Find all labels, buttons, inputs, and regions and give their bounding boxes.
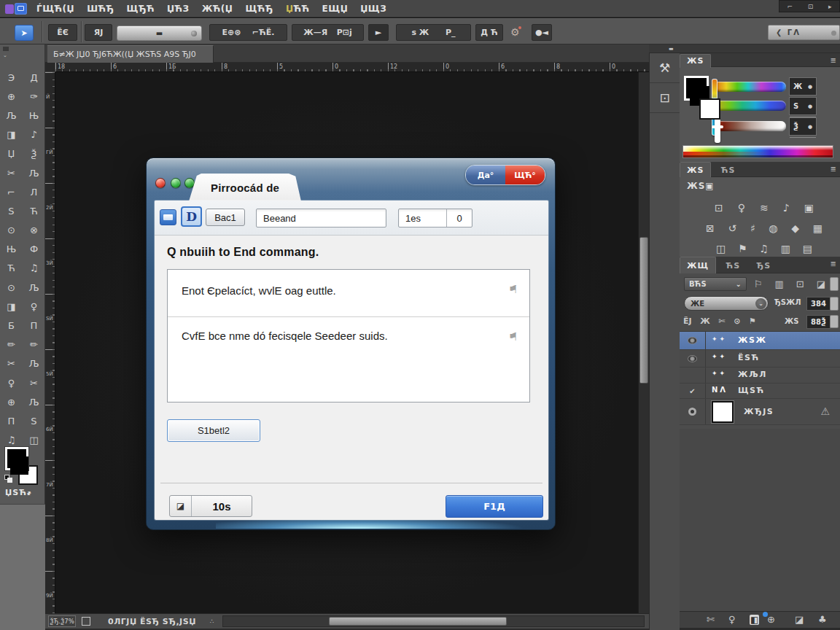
layer-row[interactable]: ✦✦ЖЅЖ [680,332,840,350]
tool-icon[interactable]: ⊙ [0,221,23,240]
dialog-icon-button[interactable] [160,209,176,225]
tool-icon[interactable]: П [23,316,45,335]
vertical-scrollbar-thumb[interactable] [639,237,648,384]
adjustment-icon[interactable]: ⊡ [715,202,723,214]
spin-step[interactable]: 0 [447,209,472,227]
tool-icon[interactable]: ♀ [0,373,23,392]
layer-thumbnail[interactable] [712,401,734,423]
restore-icon[interactable]: ⊡ [808,3,814,10]
slider-value-box[interactable]: Ѕ● [789,97,817,115]
filter-toggle-box[interactable] [830,277,839,291]
color-slider-green[interactable] [713,101,786,111]
adjustment-icon[interactable]: ◫ [716,243,726,254]
app-logo-icon[interactable] [5,3,30,15]
tool-icon[interactable]: Њ [23,106,45,125]
tool-icon[interactable]: ⌐ [0,182,23,201]
menu-item-8[interactable]: ЏЩЗ [360,4,386,14]
mode-option-icons[interactable]: Е⊕⊛⌐ЋЁ. [209,24,287,41]
gradient-preview[interactable]: ▬ [117,26,202,41]
horizontal-scrollbar-thumb[interactable] [329,617,507,626]
vertical-scrollbar[interactable] [638,72,649,613]
layers-panel-action-icon[interactable]: ◧ [750,615,759,625]
status-mini-icon[interactable]: ∴ [210,618,214,625]
tool-icon[interactable]: ✑ [23,87,45,106]
layer-name[interactable]: ЖЉЛ [738,370,767,379]
dialog-list-item[interactable]: CvfE bce nme dó fecisqele Seedeer suids.… [168,317,529,402]
color-swatches[interactable] [0,446,45,511]
menu-item-7[interactable]: ЕЩЏ [322,4,349,14]
tool-icon[interactable]: Ф [23,240,45,259]
adjustment-icon[interactable]: ◍ [769,222,777,234]
tool-icon[interactable]: Ћ [23,201,45,220]
tool-icon[interactable]: Њ [0,240,23,259]
dialog-text-field[interactable]: Beeand [256,209,386,228]
layer-row[interactable]: ✦✦ЁЅЋ [680,350,840,368]
dialog-list-item[interactable]: Enot Єpelacíct, wvlE oag euttle. ⚑ [168,270,529,317]
adjustment-icon[interactable]: ⊠ [706,222,715,234]
dock-panel-icon-1[interactable]: ⚒ [650,53,680,83]
spin-value[interactable]: 1es [399,209,447,227]
adjustment-icon[interactable]: ♫ [759,243,769,254]
tool-icon[interactable]: Б [0,316,23,335]
tool-preset-button[interactable]: ЁЄ [48,24,77,41]
layer-visibility-eye-icon[interactable] [688,408,696,416]
dock-mini-icon[interactable]: ▬ [669,46,674,52]
slider-handle[interactable] [715,118,720,143]
background-color-swatch[interactable] [699,98,720,120]
tool-icon[interactable]: Ѕ [0,201,23,220]
active-tool-button[interactable]: ➤ [15,25,34,41]
layers-panel-action-icon[interactable]: ♀ [728,614,736,625]
fill-toggle-box[interactable] [830,315,839,328]
layer-eye-column[interactable] [680,350,706,367]
adjustment-icon[interactable]: ≋ [760,202,769,214]
tool-icon[interactable]: ⊕ [0,87,23,106]
fill-value-box[interactable]: 88Ѯ [806,315,831,329]
play-button[interactable]: ► [368,24,389,41]
tool-icon[interactable]: Љ [0,106,23,125]
layer-visibility-check-icon[interactable]: ✔ [689,387,695,395]
lock-icons[interactable]: ЁЈЖ✄⊙⚑ [683,316,756,326]
layer-name[interactable]: ЖЅЖ [738,335,766,345]
tool-icon[interactable]: ⊕ [0,392,23,411]
gear-icon[interactable]: ⚙ [510,26,520,38]
tool-icon[interactable]: Л [23,182,45,201]
layer-row[interactable]: ЖЂЈЅ⚠ [680,399,840,425]
layer-eye-column[interactable] [680,368,706,383]
dialog-spin-field[interactable]: 1es 0 [398,209,472,228]
tool-icon[interactable]: ♀ [23,297,45,316]
toggle-panel-button[interactable]: ●◄ [532,24,552,41]
dialog-ok-button[interactable]: F1Д [446,495,543,518]
tool-icon[interactable]: Ѯ [23,144,45,163]
layers-panel-action-icon[interactable]: ⊕ [767,614,775,625]
tool-icon[interactable]: ♫ [23,259,45,278]
tool-icon[interactable]: Д [23,68,45,87]
menu-item-2[interactable]: ЩЂЋ [127,4,155,14]
layer-eye-column[interactable] [680,399,706,424]
adjustment-icon[interactable]: ♪ [783,202,790,214]
menu-item-4[interactable]: ЖЋ(Џ [202,4,233,14]
layers-panel-action-icon[interactable]: ♣ [818,614,827,625]
workspace-switcher[interactable]: ❮ ΓΛ [768,25,840,40]
layers-panel-action-icon[interactable]: ✄ [707,614,715,625]
tool-icon[interactable]: Љ [23,163,45,182]
panel-menu-icon[interactable]: ≣ [831,165,836,173]
panel-menu-icon[interactable]: ≣ [831,260,836,268]
layer-row[interactable]: ✔NΛЩЅЋ [680,384,840,399]
tool-icon[interactable]: ◨ [0,297,23,316]
palette-header[interactable]: ⌄ [0,44,44,59]
tool-icon[interactable]: Э [0,68,23,87]
color-slider-red[interactable] [713,82,786,92]
dialog-d-button[interactable]: D [181,206,202,227]
menu-item-1[interactable]: ШЋЂ [87,4,114,14]
adjustment-icon[interactable]: ▤ [803,243,812,254]
layer-visibility-eye-icon[interactable] [688,337,697,344]
adjustment-icon[interactable]: ◆ [791,222,799,234]
adjustment-icon[interactable]: ▣ [804,202,814,214]
layer-filter-dropdown[interactable]: ВЋЅ⌄ [684,277,747,291]
adjustment-icon[interactable]: ⚑ [738,243,747,254]
tab-color[interactable]: ЖЅ [680,54,711,68]
layer-eye-column[interactable]: ✔ [680,384,706,398]
tool-icon[interactable]: Љ [23,278,45,297]
horizontal-scrollbar[interactable] [222,615,645,627]
tool-icon[interactable]: Ѕ [23,411,45,430]
